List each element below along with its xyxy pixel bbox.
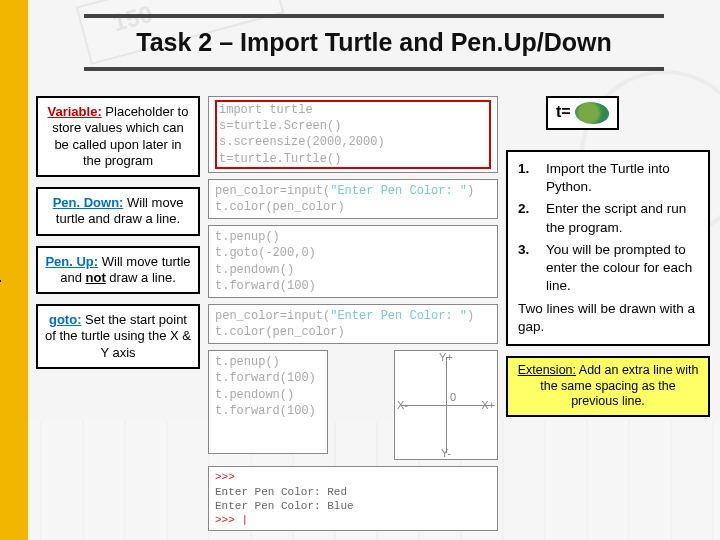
code-block-1: import turtle s=turtle.Screen() s.screen… xyxy=(208,96,498,173)
shell-output: >>> Enter Pen Color: Red Enter Pen Color… xyxy=(208,466,498,531)
accent-bar xyxy=(0,0,28,540)
t-equals-turtle: t= xyxy=(546,96,619,130)
code-block-4: pen_color=input("Enter Pen Color: ") t.c… xyxy=(208,304,498,344)
code-block-2: pen_color=input("Enter Pen Color: ") t.c… xyxy=(208,179,498,219)
code-block-3: t.penup() t.goto(-200,0) t.pendown() t.f… xyxy=(208,225,498,298)
step-item: Import the Turtle into Python. xyxy=(518,160,698,196)
note-goto: goto: Set the start point of the turtle … xyxy=(36,304,200,369)
code-block-5: t.penup() t.forward(100) t.pendown() t.f… xyxy=(208,350,328,454)
turtle-icon xyxy=(575,102,609,124)
sidebar-label: Programming xyxy=(0,200,4,303)
note-variable: Variable: Placeholder to store values wh… xyxy=(36,96,200,177)
note-pendown: Pen. Down: Will move turtle and draw a l… xyxy=(36,187,200,236)
step-item: Enter the script and run the program. xyxy=(518,200,698,236)
note-penup: Pen. Up: Will move turtle and not draw a… xyxy=(36,246,200,295)
axes-diagram: Y+ Y- X+ X- 0 xyxy=(394,350,498,460)
step-item: You will be prompted to enter the colour… xyxy=(518,241,698,296)
title-block: Task 2 – Import Turtle and Pen.Up/Down xyxy=(28,14,720,71)
page-title: Task 2 – Import Turtle and Pen.Up/Down xyxy=(28,18,720,67)
extension-box: Extension: Add an extra line with the sa… xyxy=(506,356,710,417)
steps-box: Import the Turtle into Python. Enter the… xyxy=(506,150,710,346)
